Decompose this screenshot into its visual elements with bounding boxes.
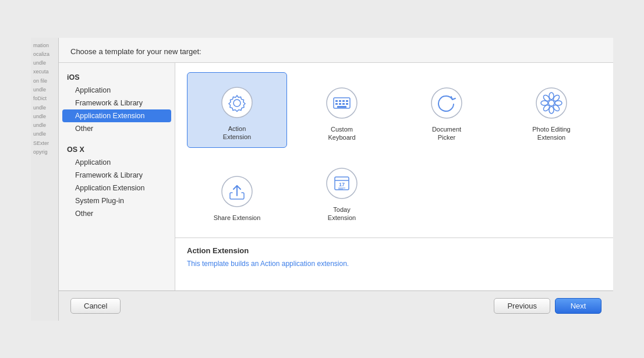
dialog-footer: Cancel Previous Next	[59, 290, 613, 321]
sidebar-item-ios-application[interactable]: Application	[59, 84, 175, 97]
template-item-today-extension[interactable]: 17 TodayExtension	[292, 153, 392, 228]
svg-text:17: 17	[339, 182, 345, 187]
cancel-button[interactable]: Cancel	[70, 298, 121, 314]
template-item-custom-keyboard[interactable]: CustomKeyboard	[292, 72, 392, 148]
sidebar-item-osx-other[interactable]: Other	[59, 207, 175, 220]
svg-rect-9	[339, 103, 341, 105]
template-item-document-picker[interactable]: DocumentPicker	[397, 72, 497, 148]
dialog-body: iOS Application Framework & Library Appl…	[59, 63, 613, 290]
keyboard-icon	[324, 86, 359, 120]
template-grid-container: ActionExtension	[187, 72, 601, 228]
dialog-header: Choose a template for your new target:	[59, 38, 613, 63]
svg-point-0	[222, 87, 252, 118]
svg-rect-11	[346, 103, 348, 105]
svg-rect-8	[335, 103, 338, 105]
template-item-photo-editing[interactable]: Photo EditingExtension	[501, 72, 601, 148]
flower-icon	[534, 86, 569, 120]
sidebar-group-ios: iOS	[59, 69, 175, 84]
svg-rect-5	[339, 100, 341, 102]
description-text: This template builds an Action applicati…	[187, 258, 601, 269]
template-label-photo-editing: Photo EditingExtension	[532, 125, 570, 142]
sidebar-item-osx-appext[interactable]: Application Extension	[59, 182, 175, 194]
svg-point-13	[431, 88, 462, 118]
svg-rect-4	[335, 100, 338, 102]
svg-rect-12	[337, 106, 346, 108]
template-label-custom-keyboard: CustomKeyboard	[328, 125, 355, 142]
nav-buttons: Previous Next	[494, 298, 601, 314]
description-panel: Action Extension This template builds an…	[175, 238, 613, 290]
sidebar-item-ios-framework[interactable]: Framework & Library	[59, 97, 175, 109]
sidebar: iOS Application Framework & Library Appl…	[59, 63, 175, 290]
description-title: Action Extension	[187, 246, 601, 255]
svg-point-2	[327, 88, 357, 118]
refresh-icon	[429, 86, 464, 120]
template-item-action-extension[interactable]: ActionExtension	[187, 72, 287, 148]
sidebar-item-osx-application[interactable]: Application	[59, 156, 175, 169]
dialog-outer: mationocalizaundlexecutaon fileundlefoDi…	[31, 38, 613, 321]
sidebar-item-ios-appext[interactable]: Application Extension	[62, 109, 171, 122]
share-icon	[220, 174, 254, 209]
template-label-today-extension: TodayExtension	[328, 205, 356, 222]
template-label-action-extension: ActionExtension	[223, 125, 251, 141]
today-icon: 17	[324, 166, 359, 201]
sidebar-item-osx-sysplugin[interactable]: System Plug-in	[59, 194, 175, 207]
left-panel: mationocalizaundlexecutaon fileundlefoDi…	[31, 38, 59, 321]
sidebar-item-osx-framework[interactable]: Framework & Library	[59, 169, 175, 182]
svg-rect-6	[342, 100, 345, 102]
left-panel-text: mationocalizaundlexecutaon fileundlefoDi…	[33, 41, 56, 157]
template-item-share-extension[interactable]: Share Extension	[187, 153, 287, 228]
svg-rect-10	[342, 103, 345, 105]
sidebar-group-osx: OS X	[59, 141, 175, 156]
dialog-title: Choose a template for your new target:	[70, 47, 201, 56]
previous-button[interactable]: Previous	[494, 298, 550, 314]
sidebar-item-ios-other[interactable]: Other	[59, 122, 175, 135]
dialog: Choose a template for your new target: i…	[59, 38, 613, 321]
next-button[interactable]: Next	[555, 298, 601, 314]
gear-icon	[220, 85, 254, 120]
main-content: ActionExtension	[175, 63, 613, 290]
template-label-document-picker: DocumentPicker	[432, 125, 461, 142]
svg-rect-7	[346, 100, 348, 102]
template-label-share-extension: Share Extension	[214, 214, 261, 222]
template-grid: ActionExtension	[175, 63, 613, 238]
